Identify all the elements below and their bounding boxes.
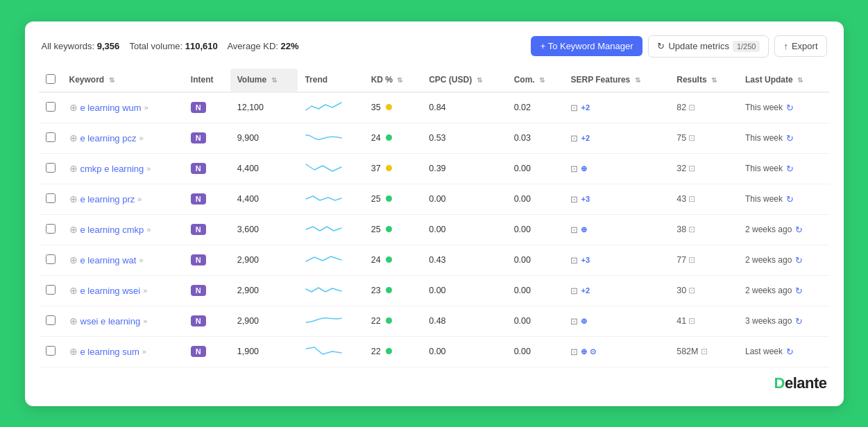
keyword-cell[interactable]: ⊕ e learning cmkp »	[69, 224, 177, 235]
volume-value: 9,900	[230, 123, 298, 153]
keyword-cell[interactable]: ⊕ e learning pcz »	[69, 132, 177, 143]
refresh-icon[interactable]: ↻	[795, 255, 803, 265]
copy-icon[interactable]: ⊡	[701, 347, 708, 356]
kd-filter-icon[interactable]: ⇅	[397, 76, 402, 84]
intent-badge: N	[191, 315, 206, 326]
row-checkbox[interactable]	[46, 193, 56, 203]
keyword-cell[interactable]: ⊕ cmkp e learning »	[69, 163, 177, 174]
serp-value: ⊡ ⊕	[563, 214, 670, 245]
row-checkbox[interactable]	[46, 254, 56, 264]
last-update-value: 2 weeks ago ↻	[738, 275, 830, 306]
plus-circle-icon: ⊕	[69, 224, 78, 235]
top-bar: All keywords: 9,356 Total volume: 110,61…	[39, 35, 830, 58]
serp-filter-icon[interactable]: ⇅	[635, 76, 640, 84]
cpc-filter-icon[interactable]: ⇅	[477, 76, 482, 84]
keyword-filter-icon[interactable]: ⇅	[109, 76, 114, 84]
top-actions: + To Keyword Manager ↻ Update metrics 1/…	[531, 35, 827, 58]
copy-icon[interactable]: ⊡	[688, 255, 695, 265]
table-row: ⊕ e learning sum »N1,90022 0.000.00⊡ ⊕ ⊙…	[39, 336, 830, 367]
refresh-icon[interactable]: ↻	[795, 316, 803, 326]
serp-icon: ⊡	[570, 286, 578, 296]
com-filter-icon[interactable]: ⇅	[539, 76, 545, 84]
keyword-arrows: »	[142, 347, 146, 356]
keyword-text: cmkp e learning	[80, 164, 144, 174]
copy-icon[interactable]: ⊡	[688, 164, 695, 173]
last-update-filter-icon[interactable]: ⇅	[797, 76, 803, 84]
keyword-arrows: »	[139, 256, 143, 264]
export-button[interactable]: ↑ Export	[774, 35, 826, 57]
serp-icon: ⊡	[570, 347, 578, 357]
kd-value: 22	[364, 336, 423, 367]
trend-cell	[298, 92, 364, 123]
select-all-header[interactable]	[39, 69, 62, 92]
table-row: ⊕ e learning wat »N2,90024 0.430.00⊡ +37…	[39, 245, 830, 275]
row-checkbox[interactable]	[46, 163, 56, 173]
table-row: ⊕ e learning prz »N4,40025 0.000.00⊡ +34…	[39, 184, 830, 214]
com-value: 0.00	[507, 184, 564, 214]
kd-number: 22	[371, 347, 381, 356]
row-checkbox[interactable]	[46, 224, 56, 234]
kd-value: 25	[364, 184, 423, 214]
plus-circle-icon: ⊕	[69, 193, 78, 204]
volume-filter-icon[interactable]: ⇅	[271, 76, 277, 84]
keyword-cell[interactable]: ⊕ e learning wum »	[69, 102, 177, 113]
results-filter-icon[interactable]: ⇅	[711, 76, 717, 84]
refresh-icon[interactable]: ↻	[786, 164, 794, 174]
row-checkbox[interactable]	[46, 315, 56, 325]
refresh-icon[interactable]: ↻	[786, 103, 794, 113]
cpc-value: 0.53	[422, 123, 507, 153]
results-number: 41	[676, 316, 686, 326]
serp-value: ⊡ +3	[563, 245, 670, 275]
keyword-arrows: »	[139, 134, 143, 142]
update-metrics-button[interactable]: ↻ Update metrics 1/250	[648, 35, 769, 58]
serp-plus: +3	[581, 256, 590, 264]
plus-circle-icon: ⊕	[69, 285, 78, 296]
row-checkbox[interactable]	[46, 285, 56, 295]
logo-rest: elante	[785, 374, 827, 392]
copy-icon[interactable]: ⊡	[688, 194, 695, 204]
keyword-cell[interactable]: ⊕ e learning wat »	[69, 254, 177, 265]
keyword-cell[interactable]: ⊕ wsei e learning »	[69, 315, 177, 326]
copy-icon[interactable]: ⊡	[688, 103, 695, 112]
keyword-cell[interactable]: ⊕ e learning sum »	[69, 346, 177, 357]
serp-icon: ⊡	[570, 103, 578, 113]
row-checkbox[interactable]	[46, 346, 56, 356]
refresh-icon[interactable]: ↻	[786, 347, 794, 357]
refresh-icon[interactable]: ↻	[786, 194, 794, 204]
kd-dot	[386, 104, 392, 110]
to-keyword-manager-button[interactable]: + To Keyword Manager	[531, 36, 643, 56]
copy-icon[interactable]: ⊡	[688, 286, 695, 295]
keyword-text: e learning pcz	[80, 133, 137, 143]
copy-icon[interactable]: ⊡	[688, 316, 695, 326]
keyword-text: e learning wat	[80, 255, 137, 265]
refresh-icon[interactable]: ↻	[786, 133, 794, 143]
logo-d: D	[774, 374, 785, 392]
keyword-arrows: »	[144, 103, 148, 112]
plus-circle-icon: ⊕	[69, 346, 78, 357]
update-text: 2 weeks ago	[745, 225, 792, 234]
plus-circle-icon: ⊕	[69, 254, 78, 265]
refresh-icon[interactable]: ↻	[795, 286, 803, 296]
trend-cell	[298, 245, 364, 275]
cpc-value: 0.84	[422, 92, 507, 123]
cpc-value: 0.00	[422, 214, 507, 245]
copy-icon[interactable]: ⊡	[688, 133, 695, 143]
keyword-cell[interactable]: ⊕ e learning wsei »	[69, 285, 177, 296]
com-value: 0.00	[507, 275, 564, 306]
row-checkbox[interactable]	[46, 132, 56, 142]
last-update-value: 3 weeks ago ↻	[738, 306, 830, 336]
logo-area: Delante	[39, 374, 830, 392]
serp-value: ⊡ ⊕ ⊙	[563, 336, 670, 367]
copy-icon[interactable]: ⊡	[688, 225, 695, 234]
refresh-icon[interactable]: ↻	[795, 225, 803, 235]
table-row: ⊕ e learning wsei »N2,90023 0.000.00⊡ +2…	[39, 275, 830, 306]
kd-value: 35	[364, 92, 423, 123]
keyword-cell[interactable]: ⊕ e learning prz »	[69, 193, 177, 204]
com-value: 0.00	[507, 245, 564, 275]
last-update-value: 2 weeks ago ↻	[738, 214, 830, 245]
plus-circle-icon: ⊕	[69, 102, 78, 113]
row-checkbox[interactable]	[46, 102, 56, 112]
keyword-arrows: »	[146, 164, 151, 173]
volume-value: 12,100	[230, 92, 298, 123]
select-all-checkbox[interactable]	[46, 74, 56, 84]
